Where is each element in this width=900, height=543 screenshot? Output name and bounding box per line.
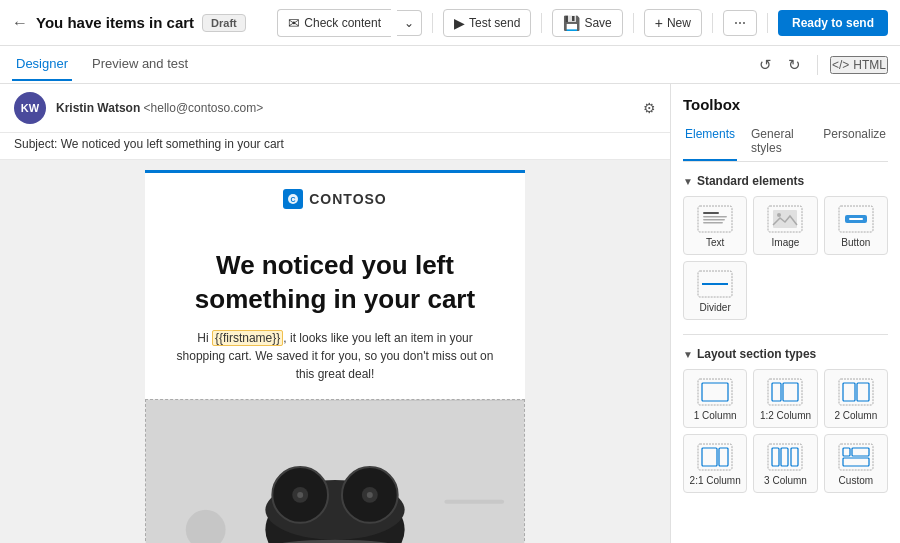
svg-text:C: C — [291, 196, 296, 203]
21col-icon — [697, 443, 733, 471]
layout-1col[interactable]: 1 Column — [683, 369, 747, 428]
more-options-button[interactable]: ⋯ — [723, 10, 757, 36]
layout-12col[interactable]: 1:2 Column — [753, 369, 817, 428]
custom-icon — [838, 443, 874, 471]
email-subject: Subject: We noticed you left something i… — [0, 133, 670, 160]
svg-rect-31 — [783, 383, 798, 401]
svg-rect-30 — [772, 383, 781, 401]
email-logo-section: C CONTOSO — [145, 173, 525, 221]
hero-headline: We noticed you left something in your ca… — [175, 249, 495, 317]
code-icon: </> — [832, 58, 849, 72]
toolbox-panel: Toolbox Elements General styles Personal… — [670, 84, 900, 543]
standard-elements-header: ▼ Standard elements — [683, 174, 888, 188]
personalization-token: {{firstname}} — [212, 330, 283, 346]
email-meta: KW Kristin Watson <hello@contoso.com> ⚙ — [0, 84, 670, 133]
element-button-label: Button — [841, 237, 870, 248]
save-button[interactable]: 💾 Save — [552, 9, 622, 37]
save-icon: 💾 — [563, 15, 580, 31]
undo-button[interactable]: ↺ — [755, 52, 776, 78]
divider-3 — [633, 13, 634, 33]
image-element-icon — [767, 205, 803, 233]
layout-custom[interactable]: Custom — [824, 434, 888, 493]
svg-rect-41 — [791, 448, 798, 466]
check-content-button[interactable]: ✉ Check content — [277, 9, 391, 37]
hero-body: Hi {{firstname}}, it looks like you left… — [175, 329, 495, 383]
chevron-layout-icon: ▼ — [683, 349, 693, 360]
1col-icon — [697, 378, 733, 406]
svg-point-10 — [367, 492, 373, 498]
email-canvas[interactable]: C CONTOSO We noticed you left something … — [0, 160, 670, 543]
toolbox-tab-personalize[interactable]: Personalize — [821, 123, 888, 161]
tab-designer[interactable]: Designer — [12, 48, 72, 81]
toolbox-tabs: Elements General styles Personalize — [683, 123, 888, 162]
svg-rect-16 — [703, 216, 727, 218]
page-title: You have items in cart — [36, 14, 194, 31]
check-content-chevron-button[interactable]: ⌄ — [397, 10, 422, 36]
test-send-button[interactable]: ▶ Test send — [443, 9, 531, 37]
svg-rect-24 — [849, 218, 863, 220]
svg-rect-17 — [703, 219, 725, 221]
tab-preview[interactable]: Preview and test — [88, 48, 192, 81]
layout-3col[interactable]: 3 Column — [753, 434, 817, 493]
draft-badge: Draft — [202, 14, 246, 32]
element-text-label: Text — [706, 237, 724, 248]
svg-rect-44 — [852, 448, 869, 456]
test-send-icon: ▶ — [454, 15, 465, 31]
ready-to-send-button[interactable]: Ready to send — [778, 10, 888, 36]
3col-label: 3 Column — [764, 475, 807, 486]
svg-rect-15 — [703, 212, 719, 214]
divider-6 — [817, 55, 818, 75]
plus-icon: + — [655, 15, 663, 31]
1col-label: 1 Column — [694, 410, 737, 421]
element-button[interactable]: Button — [824, 196, 888, 255]
element-divider-label: Divider — [700, 302, 731, 313]
html-button[interactable]: </> HTML — [830, 56, 888, 74]
logo-icon: C — [283, 189, 303, 209]
sub-bar: Designer Preview and test ↺ ↻ </> HTML — [0, 46, 900, 84]
svg-rect-36 — [702, 448, 717, 466]
editor-area: KW Kristin Watson <hello@contoso.com> ⚙ … — [0, 84, 670, 543]
top-bar-actions: ✉ Check content ⌄ ▶ Test send 💾 Save + N… — [277, 9, 888, 37]
chevron-down-icon: ▼ — [683, 176, 693, 187]
sender-info: Kristin Watson <hello@contoso.com> — [56, 101, 263, 115]
svg-rect-45 — [843, 458, 869, 466]
layout-grid: 1 Column 1:2 Column — [683, 369, 888, 493]
divider-1 — [432, 13, 433, 33]
new-button[interactable]: + New — [644, 9, 702, 37]
back-button[interactable]: ← — [12, 14, 28, 32]
svg-rect-37 — [719, 448, 728, 466]
toolbox-tab-elements[interactable]: Elements — [683, 123, 737, 161]
svg-point-7 — [297, 492, 303, 498]
divider-element-icon — [697, 270, 733, 298]
element-image-label: Image — [772, 237, 800, 248]
svg-rect-33 — [843, 383, 855, 401]
element-text[interactable]: Text — [683, 196, 747, 255]
12col-icon — [767, 378, 803, 406]
check-content-icon: ✉ — [288, 15, 300, 31]
divider-5 — [767, 13, 768, 33]
divider-4 — [712, 13, 713, 33]
page-title-area: You have items in cart Draft — [36, 14, 246, 32]
layout-2col[interactable]: 2 Column — [824, 369, 888, 428]
logo-text: CONTOSO — [309, 191, 387, 207]
element-divider[interactable]: Divider — [683, 261, 747, 320]
email-hero: We noticed you left something in your ca… — [145, 221, 525, 399]
svg-rect-28 — [702, 383, 728, 401]
layout-21col[interactable]: 2:1 Column — [683, 434, 747, 493]
svg-rect-13 — [444, 499, 504, 503]
product-placeholder — [146, 400, 524, 543]
svg-rect-40 — [781, 448, 788, 466]
toolbox-tab-general-styles[interactable]: General styles — [749, 123, 809, 161]
2col-icon — [838, 378, 874, 406]
separator — [683, 334, 888, 335]
svg-rect-18 — [703, 222, 723, 224]
svg-rect-43 — [843, 448, 850, 456]
layout-section-header: ▼ Layout section types — [683, 347, 888, 361]
sub-bar-right: ↺ ↻ </> HTML — [755, 52, 888, 78]
button-element-icon — [838, 205, 874, 233]
email-body: C CONTOSO We noticed you left something … — [145, 170, 525, 533]
redo-button[interactable]: ↻ — [784, 52, 805, 78]
element-image[interactable]: Image — [753, 196, 817, 255]
settings-icon[interactable]: ⚙ — [643, 100, 656, 116]
top-bar: ← You have items in cart Draft ✉ Check c… — [0, 0, 900, 46]
